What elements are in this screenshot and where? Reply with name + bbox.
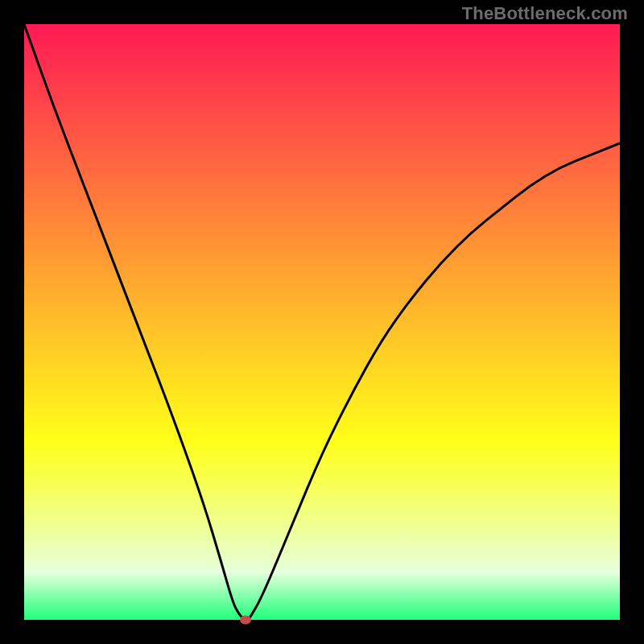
bottleneck-curve — [24, 24, 620, 620]
optimal-point-marker — [240, 616, 251, 625]
curve-svg — [24, 24, 620, 620]
watermark-text: TheBottleneck.com — [462, 3, 628, 24]
figure-canvas: TheBottleneck.com — [0, 0, 644, 644]
plot-area — [24, 24, 620, 620]
